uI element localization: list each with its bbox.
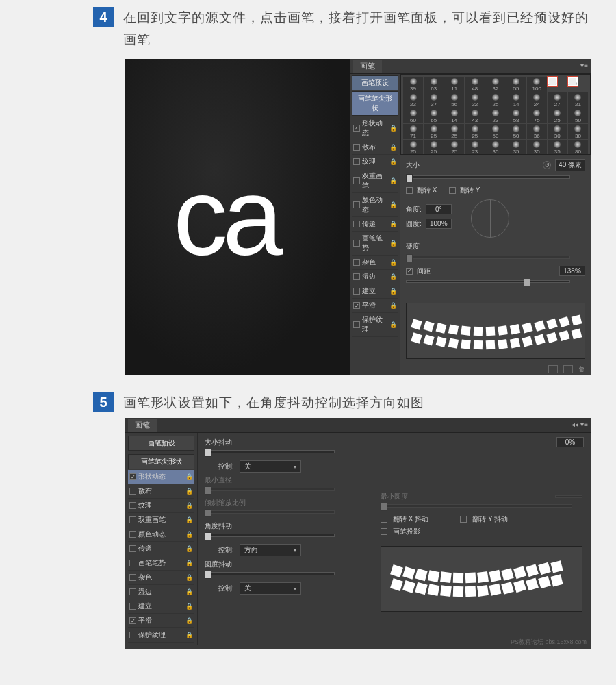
brush-thumb[interactable]: 50 [506,124,526,139]
opt-build[interactable]: 建立🔒 [352,284,398,299]
opt-wet[interactable]: 湿边🔒 [128,585,194,599]
brush-thumb[interactable]: 35 [506,140,526,155]
field-round[interactable]: 100% [426,219,452,229]
brush-thumb[interactable]: 100 [548,77,557,86]
opt-shape-dynamics[interactable]: 形状动态🔒 [128,470,194,484]
dropdown-angle-control[interactable]: 方向 [240,544,301,556]
brush-thumb[interactable]: 37 [424,92,444,108]
brush-thumb[interactable]: 75 [527,108,547,123]
brush-thumb[interactable]: 245 [568,77,578,86]
brush-thumb[interactable]: 25 [403,140,423,155]
brush-thumb[interactable]: 25 [424,140,444,155]
brush-thumb[interactable]: 25 [548,108,567,123]
checkbox-icon[interactable] [353,259,360,266]
brush-thumbnails[interactable]: 3963114832551001002452337563225142427216… [400,74,591,155]
checkbox-icon[interactable] [353,201,360,208]
btn-brush-tip[interactable]: 画笔笔尖形状 [352,91,398,116]
brush-thumb[interactable]: 36 [527,124,547,139]
slider-size-jitter[interactable] [205,450,335,453]
brush-thumb[interactable]: 25 [465,124,485,139]
checkbox-icon[interactable] [353,158,360,165]
brush-thumb[interactable]: 43 [465,108,485,123]
brush-thumb[interactable]: 63 [424,77,444,92]
tab-brush[interactable]: 画笔 [353,60,382,73]
brush-thumb[interactable]: 35 [485,140,505,155]
slider-spacing[interactable] [406,280,570,283]
new-brush-icon[interactable] [563,365,573,373]
trash-icon[interactable]: 🗑 [578,365,585,373]
checkbox-icon[interactable] [353,144,360,151]
btn-brush-preset[interactable]: 画笔预设 [352,75,398,90]
checkbox-icon[interactable] [129,632,136,638]
field-spacing[interactable]: 138% [559,266,585,276]
dropdown-control[interactable]: 关 [240,460,301,473]
brush-thumb[interactable]: 60 [403,108,423,123]
opt-color-dyn[interactable]: 颜色动态🔒 [128,527,194,542]
opt-pose[interactable]: 画笔笔势🔒 [352,232,398,256]
checkbox-icon[interactable] [353,125,360,132]
brush-thumb[interactable]: 23 [485,108,505,123]
checkbox-icon[interactable] [129,545,136,552]
checkbox-icon[interactable] [129,617,136,624]
checkbox-icon[interactable] [129,531,136,538]
field-size[interactable]: 40 像素 [555,159,585,171]
opt-scatter[interactable]: 散布🔒 [128,484,194,499]
opt-texture[interactable]: 纹理🔒 [352,155,398,169]
checkbox-icon[interactable] [353,302,360,309]
dropdown-round-control[interactable]: 关 [240,582,301,595]
panel-menu-icon[interactable]: ▾≡ [580,62,588,69]
brush-thumb[interactable]: 55 [506,77,526,92]
checkbox-brush-proj[interactable] [381,528,387,535]
panel-menu-icon[interactable]: ◂◂ ▾≡ [572,421,588,428]
opt-dual[interactable]: 双重画笔🔒 [128,513,194,527]
brush-thumb[interactable]: 25 [424,124,444,139]
brush-thumb[interactable]: 50 [485,124,505,139]
slider-size[interactable] [406,175,570,179]
checkbox-icon[interactable] [129,473,136,480]
brush-thumb[interactable]: 48 [465,77,485,92]
brush-thumb[interactable]: 25 [444,140,464,155]
brush-thumb[interactable]: 35 [527,140,547,155]
checkbox-flipx-jitter[interactable] [381,516,387,523]
checkbox-spacing[interactable] [406,268,413,275]
checkbox-icon[interactable] [129,603,136,610]
brush-thumb[interactable]: 23 [403,92,423,108]
opt-pose[interactable]: 画笔笔势🔒 [128,556,194,571]
opt-scatter[interactable]: 散布🔒 [352,140,398,155]
opt-transfer[interactable]: 传递🔒 [128,542,194,556]
checkbox-icon[interactable] [353,288,360,295]
opt-wet[interactable]: 湿边🔒 [352,270,398,284]
brush-thumb[interactable]: 14 [506,92,526,108]
angle-widget[interactable] [471,199,509,238]
brush-thumb[interactable]: 30 [548,124,567,139]
checkbox-flipy-jitter[interactable] [460,516,467,523]
opt-shape-dynamics[interactable]: 形状动态🔒 [352,116,398,140]
brush-thumb[interactable]: 25 [485,92,505,108]
checkbox-icon[interactable] [129,502,136,509]
opt-noise[interactable]: 杂色🔒 [352,256,398,270]
opt-smooth[interactable]: 平滑🔒 [352,299,398,313]
opt-transfer[interactable]: 传递🔒 [352,217,398,232]
checkbox-icon[interactable] [129,588,136,595]
opt-texture[interactable]: 纹理🔒 [128,499,194,513]
opt-build[interactable]: 建立🔒 [128,599,194,614]
brush-thumb[interactable]: 58 [506,108,526,123]
field-angle[interactable]: 0° [426,204,452,214]
checkbox-flipx[interactable] [406,187,413,194]
opt-protect[interactable]: 保护纹理🔒 [128,628,194,643]
tab-brush[interactable]: 画笔 [128,419,157,432]
brush-thumb[interactable]: 32 [465,92,485,108]
btn-brush-tip[interactable]: 画笔笔尖形状 [128,454,194,469]
brush-thumb[interactable]: 80 [568,140,588,155]
btn-brush-preset[interactable]: 画笔预设 [128,436,194,451]
checkbox-flipy[interactable] [449,187,456,194]
checkbox-icon[interactable] [129,516,136,523]
field-size-jitter[interactable]: 0% [556,437,584,447]
checkbox-icon[interactable] [129,560,136,566]
checkbox-icon[interactable] [129,574,136,581]
opt-dual[interactable]: 双重画笔🔒 [352,169,398,193]
reset-icon[interactable]: ↺ [543,161,551,169]
brush-thumb[interactable]: 71 [403,124,423,139]
brush-thumb[interactable]: 14 [444,108,464,123]
opt-protect[interactable]: 保护纹理🔒 [352,313,398,337]
